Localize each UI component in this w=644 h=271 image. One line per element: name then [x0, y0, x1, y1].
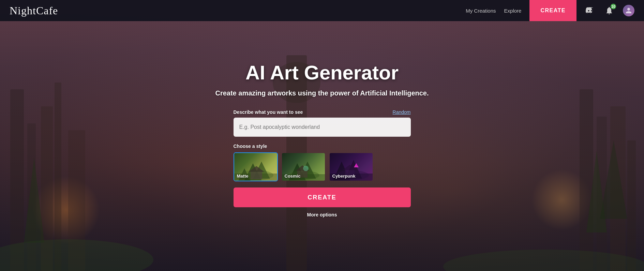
style-card-cosmic[interactable]: Cosmic	[281, 152, 326, 181]
style-cosmic-label: Cosmic	[285, 174, 301, 179]
nav-my-creations[interactable]: My Creations	[466, 8, 496, 14]
hero-title: AI Art Generator	[245, 61, 399, 84]
prompt-label: Describe what you want to see	[234, 109, 303, 115]
prompt-input[interactable]	[234, 118, 411, 137]
user-avatar[interactable]	[623, 5, 634, 16]
style-card-cyberpunk[interactable]: Cyberpunk	[329, 152, 373, 181]
style-label: Choose a style	[234, 144, 411, 149]
notification-bell[interactable]: 10	[604, 5, 615, 16]
svg-point-29	[303, 166, 309, 171]
style-matte-label: Matte	[237, 174, 249, 179]
style-options: Matte Cosmic	[234, 152, 411, 181]
prompt-label-row: Describe what you want to see Random	[234, 109, 411, 115]
nav-explore[interactable]: Explore	[504, 8, 522, 14]
notification-badge: 10	[611, 4, 616, 9]
style-cyberpunk-label: Cyberpunk	[332, 174, 356, 179]
nav-create-button[interactable]: CREATE	[529, 0, 576, 21]
random-link[interactable]: Random	[393, 109, 411, 115]
svg-rect-21	[251, 172, 262, 179]
navbar: NightCafe My Creations Explore CREATE 10	[0, 0, 644, 21]
style-card-matte[interactable]: Matte	[234, 152, 278, 181]
hero-content: AI Art Generator Create amazing artworks…	[0, 21, 644, 271]
prompt-section: Describe what you want to see Random Cho…	[234, 109, 411, 217]
create-button[interactable]: CREATE	[234, 187, 411, 207]
discord-icon[interactable]	[585, 5, 596, 16]
hero-subtitle: Create amazing artworks using the power …	[215, 89, 429, 97]
more-options[interactable]: More options	[234, 212, 411, 217]
logo: NightCafe	[10, 4, 58, 17]
nav-right: My Creations Explore CREATE 10	[466, 0, 634, 21]
